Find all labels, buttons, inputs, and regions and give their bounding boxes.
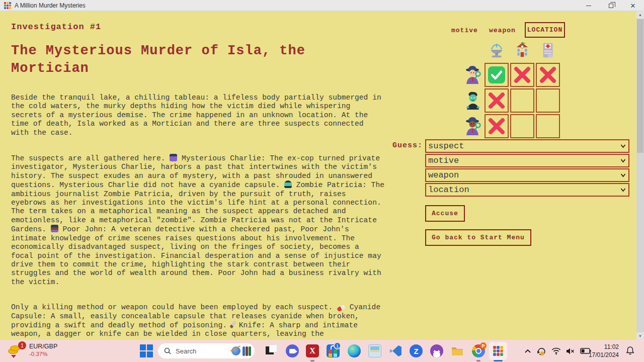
search-highlight-icon (231, 346, 240, 355)
guess-select-suspect[interactable]: suspect (425, 139, 629, 153)
investigation-label: Investigation #1 (11, 22, 101, 32)
grid-cell-0-0-check[interactable] (485, 63, 509, 87)
sync-update-icon[interactable] (536, 346, 546, 356)
guess-select-motive[interactable]: motive (425, 154, 629, 167)
detective-emoji (170, 154, 177, 161)
clock[interactable]: 11:02 17/01/2024 (584, 343, 619, 359)
guess-select-weapon[interactable]: weapon (425, 168, 629, 182)
widget-notification-badge: 1 (18, 341, 26, 349)
story-paragraph: Beside the tranquil lake, a chilling tab… (11, 94, 384, 137)
running-indicator (310, 360, 314, 361)
location-column-headers (485, 40, 560, 60)
stock-change-value: -0.37% (29, 351, 47, 357)
grid-cell-2-2-empty[interactable] (536, 114, 560, 138)
accuse-button[interactable]: Accuse (425, 205, 465, 222)
deduction-grid (463, 63, 560, 138)
search-input[interactable]: Search (158, 343, 255, 358)
tray-chevron-up-icon[interactable] (524, 348, 531, 353)
speaker-muted-icon[interactable] (566, 347, 575, 355)
grid-cell-0-1-cross[interactable] (510, 63, 534, 87)
tab-location[interactable]: LOCATION (525, 22, 565, 38)
search-icon (164, 347, 171, 354)
grid-cell-2-0-cross[interactable] (485, 114, 509, 138)
books-icon (243, 346, 252, 356)
back-to-start-menu-button[interactable]: Go back to Start Menu (425, 229, 531, 246)
guess-select-location[interactable]: location (425, 183, 629, 197)
restore-button[interactable] (600, 0, 622, 11)
clock-date: 17/01/2024 (584, 351, 619, 359)
search-placeholder: Search (176, 347, 196, 355)
fountain-icon (485, 40, 509, 60)
github-icon[interactable] (430, 344, 443, 357)
scrollbar-thumb[interactable] (637, 19, 643, 153)
grid-cell-0-2-cross[interactable] (536, 63, 560, 87)
grid-cell-1-1-empty[interactable] (510, 88, 534, 113)
running-indicator (476, 360, 480, 361)
store-notification-badge: 1 (334, 342, 341, 349)
guess-dropdowns: suspectmotiveweaponlocation (425, 139, 629, 198)
widget-chevron-down-icon (11, 355, 16, 358)
guess-label: Guess: (392, 141, 423, 150)
edge-browser-icon[interactable] (348, 344, 361, 357)
snip-tool-icon[interactable] (266, 344, 279, 357)
game-app-icon[interactable]: X (306, 344, 319, 357)
zombie-emoji (284, 180, 292, 188)
story-text: Beside the tranquil lake, a chilling tab… (11, 94, 384, 339)
zombie-suspect-icon (463, 88, 483, 113)
taskbar: 1 EUR/GBP -0.37% Search X 1 Z (0, 340, 644, 362)
minimize-button[interactable] (578, 0, 600, 11)
grid-cell-2-1-empty[interactable] (510, 114, 534, 138)
system-tray (524, 340, 591, 362)
game-window: Investigation #1 The Mysterious Murder o… (0, 11, 644, 340)
dark-detective-emoji (51, 225, 58, 232)
meet-chat-icon[interactable] (286, 344, 299, 357)
window-titlebar: A Million Murder Mysteries ✕ (0, 0, 644, 11)
active-app-indicator (494, 360, 503, 361)
pill-emoji (337, 305, 346, 312)
stock-pair-label[interactable]: EUR/GBP (29, 343, 57, 350)
start-button[interactable] (140, 344, 153, 357)
active-game-taskbar-button[interactable] (489, 342, 507, 360)
wifi-icon[interactable] (551, 347, 561, 355)
page-title: The Mysterious Murder of Isla, the Morti… (11, 42, 358, 77)
sleuth-suspect-icon (463, 63, 483, 87)
chrome-profile-badge: P (480, 342, 487, 349)
grid-cell-1-2-empty[interactable] (536, 88, 560, 113)
clock-time: 11:02 (584, 343, 619, 351)
scrollbar[interactable]: ▲ ▼ (636, 11, 644, 340)
scroll-down-arrow[interactable]: ▼ (636, 332, 644, 340)
file-explorer-icon[interactable] (451, 344, 464, 357)
story-paragraph: Only a killing method or weapon could ha… (11, 303, 384, 339)
game-dots-icon (493, 346, 503, 356)
zoom-z-app-icon[interactable]: Z (410, 344, 423, 357)
scroll-up-arrow[interactable]: ▲ (636, 11, 644, 19)
school-icon (510, 40, 534, 60)
notification-bell-icon[interactable] (626, 346, 634, 355)
vscode-icon[interactable] (389, 344, 402, 357)
tab-weapon[interactable]: weapon (489, 27, 516, 34)
window-title: A Million Murder Mysteries (15, 2, 86, 9)
story-paragraph: The suspects are all gathered here. Myst… (11, 154, 384, 287)
media-window-icon[interactable] (368, 344, 381, 357)
tab-motive[interactable]: motive (451, 27, 478, 34)
desktop-screen: A Million Murder Mysteries ✕ Investigati… (0, 0, 644, 362)
hospital-icon (536, 40, 560, 60)
grid-cell-1-0-cross[interactable] (485, 88, 509, 113)
dagger-emoji (229, 321, 236, 329)
app-icon (4, 2, 11, 9)
sleuth-dark-suspect-icon (463, 114, 483, 138)
close-button[interactable]: ✕ (622, 0, 644, 11)
